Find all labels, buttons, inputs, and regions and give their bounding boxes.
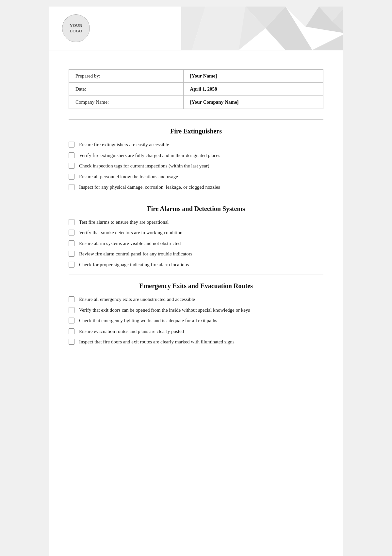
list-item: Inspect for any physical damage, corrosi… — [69, 183, 323, 191]
page: YOUR LOGO Prepared by: [Your Name] Date:… — [49, 7, 343, 556]
info-table-row: Date: April 1, 2058 — [69, 83, 323, 96]
checklist-item-text: Ensure all personnel know the locations … — [79, 173, 178, 181]
section-emergency-exits: Emergency Exits and Evacuation RoutesEns… — [69, 282, 323, 346]
checkbox-icon[interactable] — [69, 251, 74, 257]
checklist-item-text: Check inspection tags for current inspec… — [79, 162, 209, 170]
info-label-1: Date: — [69, 83, 184, 96]
checklist-item-text: Ensure fire extinguishers are easily acc… — [79, 141, 169, 148]
checklist-item-text: Check for proper signage indicating fire… — [79, 261, 189, 269]
list-item: Test fire alarms to ensure they are oper… — [69, 218, 323, 226]
checklist-item-text: Verify that smoke detectors are in worki… — [79, 229, 182, 236]
checklist-fire-alarms: Test fire alarms to ensure they are oper… — [69, 218, 323, 269]
section-fire-alarms: Fire Alarms and Detection SystemsTest fi… — [69, 205, 323, 269]
list-item: Check for proper signage indicating fire… — [69, 261, 323, 269]
checkbox-icon[interactable] — [69, 230, 74, 235]
checkbox-icon[interactable] — [69, 296, 74, 302]
section-title-fire-extinguishers: Fire Extinguishers — [69, 128, 323, 135]
checklist-item-text: Inspect that fire doors and exit routes … — [79, 338, 235, 346]
checkbox-icon[interactable] — [69, 152, 74, 158]
checklist-fire-extinguishers: Ensure fire extinguishers are easily acc… — [69, 141, 323, 191]
checklist-item-text: Test fire alarms to ensure they are oper… — [79, 218, 169, 226]
section-fire-extinguishers: Fire ExtinguishersEnsure fire extinguish… — [69, 128, 323, 191]
checkbox-icon[interactable] — [69, 184, 74, 190]
checkbox-icon[interactable] — [69, 240, 74, 246]
header: YOUR LOGO — [49, 7, 343, 50]
checklist-item-text: Verify fire extinguishers are fully char… — [79, 152, 220, 159]
list-item: Ensure alarm systems are visible and not… — [69, 240, 323, 247]
info-table-row: Prepared by: [Your Name] — [69, 70, 323, 83]
checklist-item-text: Verify that exit doors can be opened fro… — [79, 306, 250, 314]
main-content: Prepared by: [Your Name] Date: April 1, … — [49, 50, 343, 365]
list-item: Review fire alarm control panel for any … — [69, 250, 323, 258]
info-value-0: [Your Name] — [183, 70, 323, 83]
checklist-emergency-exits: Ensure all emergency exits are unobstruc… — [69, 296, 323, 346]
info-label-0: Prepared by: — [69, 70, 184, 83]
checkbox-icon[interactable] — [69, 339, 74, 345]
checklist-item-text: Check that emergency lighting works and … — [79, 317, 217, 324]
info-value-1: April 1, 2058 — [183, 83, 323, 96]
checkbox-icon[interactable] — [69, 142, 74, 148]
info-value-2: [Your Company Name] — [183, 96, 323, 109]
list-item: Inspect that fire doors and exit routes … — [69, 338, 323, 346]
checkbox-icon[interactable] — [69, 318, 74, 323]
checkbox-icon[interactable] — [69, 307, 74, 313]
checklist-item-text: Ensure all emergency exits are unobstruc… — [79, 296, 195, 303]
list-item: Ensure all personnel know the locations … — [69, 173, 323, 181]
section-title-fire-alarms: Fire Alarms and Detection Systems — [69, 205, 323, 213]
list-item: Check that emergency lighting works and … — [69, 317, 323, 324]
logo: YOUR LOGO — [62, 14, 90, 42]
checklist-item-text: Inspect for any physical damage, corrosi… — [79, 183, 220, 191]
checklist-item-text: Review fire alarm control panel for any … — [79, 250, 192, 258]
divider-fire-extinguishers — [69, 119, 323, 120]
checkbox-icon[interactable] — [69, 174, 74, 180]
info-table-row: Company Name: [Your Company Name] — [69, 96, 323, 109]
checklist-item-text: Ensure evacuation routes and plans are c… — [79, 328, 184, 335]
checkbox-icon[interactable] — [69, 328, 74, 334]
list-item: Ensure fire extinguishers are easily acc… — [69, 141, 323, 148]
checkbox-icon[interactable] — [69, 262, 74, 268]
list-item: Verify that exit doors can be opened fro… — [69, 306, 323, 314]
list-item: Ensure evacuation routes and plans are c… — [69, 328, 323, 335]
checklist-item-text: Ensure alarm systems are visible and not… — [79, 240, 181, 247]
list-item: Ensure all emergency exits are unobstruc… — [69, 296, 323, 303]
checkbox-icon[interactable] — [69, 163, 74, 169]
info-table: Prepared by: [Your Name] Date: April 1, … — [69, 69, 323, 109]
list-item: Check inspection tags for current inspec… — [69, 162, 323, 170]
divider-emergency-exits — [69, 274, 323, 274]
list-item: Verify fire extinguishers are fully char… — [69, 152, 323, 159]
divider-fire-alarms — [69, 197, 323, 197]
info-label-2: Company Name: — [69, 96, 184, 109]
list-item: Verify that smoke detectors are in worki… — [69, 229, 323, 236]
checkbox-icon[interactable] — [69, 219, 74, 225]
section-title-emergency-exits: Emergency Exits and Evacuation Routes — [69, 282, 323, 290]
svg-marker-5 — [312, 33, 343, 50]
